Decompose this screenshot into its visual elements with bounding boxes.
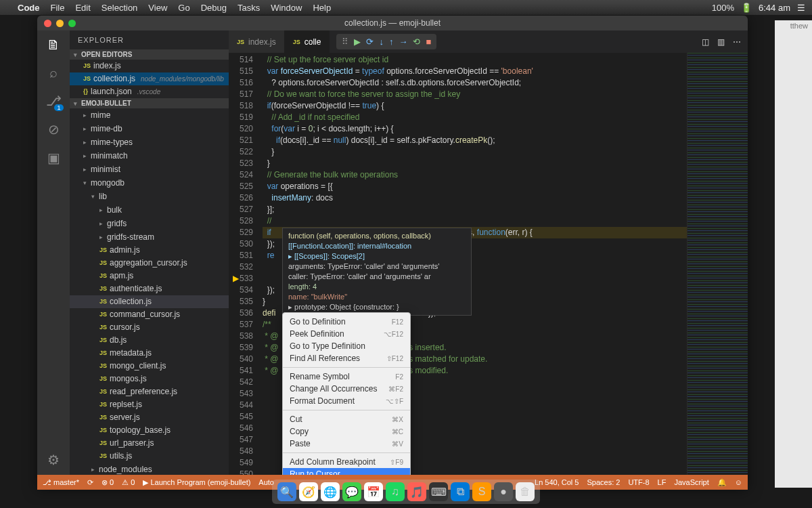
folder-item[interactable]: mime	[70, 108, 229, 122]
dock-calendar[interactable]: 📅	[364, 482, 383, 501]
file-item[interactable]: JS admin.js	[70, 244, 229, 257]
context-menu-item[interactable]: Cut⌘X	[283, 413, 410, 425]
code-editor[interactable]: 5145155165175185195205215225235245255265…	[229, 53, 748, 475]
debug-continue-icon[interactable]: ▶	[354, 37, 361, 47]
status-branch[interactable]: ⎇ master*	[43, 478, 79, 487]
minimap[interactable]	[687, 53, 748, 475]
dock-safari[interactable]: 🧭	[299, 482, 318, 501]
context-menu-item[interactable]: Run to Cursor	[283, 468, 410, 475]
file-item[interactable]: JS mongo_client.js	[70, 360, 229, 373]
folder-item[interactable]: minimatch	[70, 149, 229, 163]
more-icon[interactable]: ⋯	[733, 37, 741, 47]
context-menu-item[interactable]: Add Column Breakpoint⇧F9	[283, 456, 410, 468]
file-item[interactable]: JS read_preference.js	[70, 385, 229, 398]
menu-go[interactable]: Go	[178, 3, 189, 13]
layout-icon[interactable]: ▥	[717, 37, 725, 47]
dock-music[interactable]: 🎵	[407, 482, 426, 501]
file-item[interactable]: JS apm.js	[70, 270, 229, 282]
extensions-icon[interactable]: ▣	[47, 150, 60, 166]
menu-extras-icon[interactable]: ☰	[797, 3, 805, 13]
status-eol[interactable]: LF	[658, 478, 667, 486]
file-item[interactable]: JS replset.js	[70, 398, 229, 411]
folder-item[interactable]: minimist	[70, 163, 229, 176]
open-editors-header[interactable]: OPEN EDITORS	[70, 49, 229, 60]
status-language[interactable]: JavaScript	[674, 478, 708, 486]
app-name[interactable]: Code	[18, 3, 40, 13]
search-icon[interactable]: ⌕	[49, 65, 58, 81]
dock-trash[interactable]: 🗑	[516, 482, 535, 501]
context-menu-item[interactable]: Change All Occurrences⌘F2	[283, 383, 410, 395]
dock-app[interactable]: ●	[494, 482, 513, 501]
debug-step-into-icon[interactable]: ↓	[379, 37, 384, 47]
context-menu-item[interactable]: Format Document⌥⇧F	[283, 395, 410, 407]
menu-selection[interactable]: Selection	[102, 3, 137, 13]
folder-item[interactable]: mime-db	[70, 122, 229, 135]
context-menu-item[interactable]: Paste⌘V	[283, 438, 410, 450]
status-encoding[interactable]: UTF-8	[628, 478, 649, 486]
context-menu-item[interactable]: Go to DefinitionF12	[283, 316, 410, 328]
split-editor-icon[interactable]: ◫	[702, 37, 709, 47]
file-item[interactable]: JS mongos.js	[70, 373, 229, 385]
file-item[interactable]: JS command_cursor.js	[70, 308, 229, 321]
file-item[interactable]: JS cursor.js	[70, 321, 229, 334]
debug-step-over-icon[interactable]: ⟳	[366, 37, 374, 47]
menu-window[interactable]: Window	[271, 3, 302, 13]
context-menu-item[interactable]: Rename SymbolF2	[283, 371, 410, 383]
menu-view[interactable]: View	[148, 3, 167, 13]
status-bell-icon[interactable]: 🔔	[717, 478, 727, 487]
file-item[interactable]: JS utils.js	[70, 450, 229, 463]
dock-chrome[interactable]: 🌐	[321, 482, 340, 501]
dock-sublime[interactable]: S	[472, 482, 491, 501]
menu-help[interactable]: Help	[313, 3, 331, 13]
debug-restart-icon[interactable]: ⟲	[413, 37, 420, 47]
debug-icon[interactable]: ⊘	[48, 121, 60, 137]
explorer-icon[interactable]: 🗎	[47, 37, 60, 53]
debug-stop-icon[interactable]: ■	[426, 37, 431, 47]
file-item[interactable]: JS topology_base.js	[70, 424, 229, 437]
status-errors[interactable]: ⊗ 0	[102, 478, 114, 487]
dock-messages[interactable]: 💬	[342, 482, 361, 501]
menu-tasks[interactable]: Tasks	[238, 3, 260, 13]
folder-item[interactable]: gridfs	[70, 217, 229, 230]
folder-item[interactable]: node_modules	[70, 463, 229, 475]
dock-vscode[interactable]: ⧉	[451, 482, 470, 501]
menu-edit[interactable]: Edit	[75, 3, 90, 13]
open-editor-item[interactable]: JS index.js	[70, 60, 229, 72]
file-item[interactable]: JS metadata.js	[70, 347, 229, 360]
dock-terminal[interactable]: ⌨	[429, 482, 448, 501]
status-warnings[interactable]: ⚠ 0	[122, 478, 135, 487]
file-item[interactable]: JS collection.js	[70, 295, 229, 308]
folder-item[interactable]: mime-types	[70, 135, 229, 149]
menu-file[interactable]: File	[51, 3, 65, 13]
status-spaces[interactable]: Spaces: 2	[587, 478, 620, 486]
git-icon[interactable]: ⎇1	[46, 93, 62, 109]
folder-item[interactable]: lib	[70, 190, 229, 203]
open-editor-item[interactable]: {} launch.json.vscode	[70, 85, 229, 98]
file-item[interactable]: JS server.js	[70, 411, 229, 424]
menu-debug[interactable]: Debug	[201, 3, 227, 13]
gear-icon[interactable]: ⚙	[47, 452, 60, 468]
debug-step-out-icon[interactable]: ↑	[389, 37, 394, 47]
project-header[interactable]: EMOJI-BULLET	[70, 98, 229, 108]
dock-finder[interactable]: 🔍	[277, 482, 296, 501]
file-item[interactable]: JS aggregation_cursor.js	[70, 257, 229, 270]
context-menu-item[interactable]: Copy⌘C	[283, 425, 410, 438]
context-menu-item[interactable]: Find All References⇧F12	[283, 352, 410, 364]
dock-spotify[interactable]: ♫	[386, 482, 405, 501]
folder-item[interactable]: gridfs-stream	[70, 230, 229, 244]
file-item[interactable]: JS url_parser.js	[70, 437, 229, 450]
file-item[interactable]: JS db.js	[70, 334, 229, 347]
titlebar[interactable]: collection.js — emoji-bullet	[37, 16, 748, 30]
folder-item[interactable]: bulk	[70, 203, 229, 217]
status-feedback-icon[interactable]: ☺	[735, 478, 742, 486]
open-editor-item[interactable]: JS collection.jsnode_modules/mongodb/lib	[70, 72, 229, 85]
status-position[interactable]: Ln 540, Col 5	[535, 478, 579, 486]
context-menu-item[interactable]: Peek Definition⌥F12	[283, 328, 410, 340]
tab-index-js[interactable]: JSindex.js	[229, 30, 285, 53]
tab-collection-js[interactable]: JScolle	[285, 30, 330, 53]
file-item[interactable]: JS authenticate.js	[70, 282, 229, 295]
status-sync-icon[interactable]: ⟳	[87, 478, 93, 487]
debug-step-icon[interactable]: →	[399, 37, 407, 47]
context-menu-item[interactable]: Go to Type Definition	[283, 340, 410, 352]
folder-item[interactable]: mongodb	[70, 176, 229, 190]
